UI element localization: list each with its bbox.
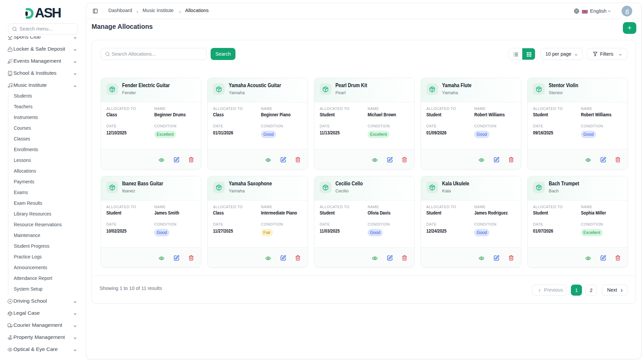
- svg-text:ASH: ASH: [35, 7, 61, 20]
